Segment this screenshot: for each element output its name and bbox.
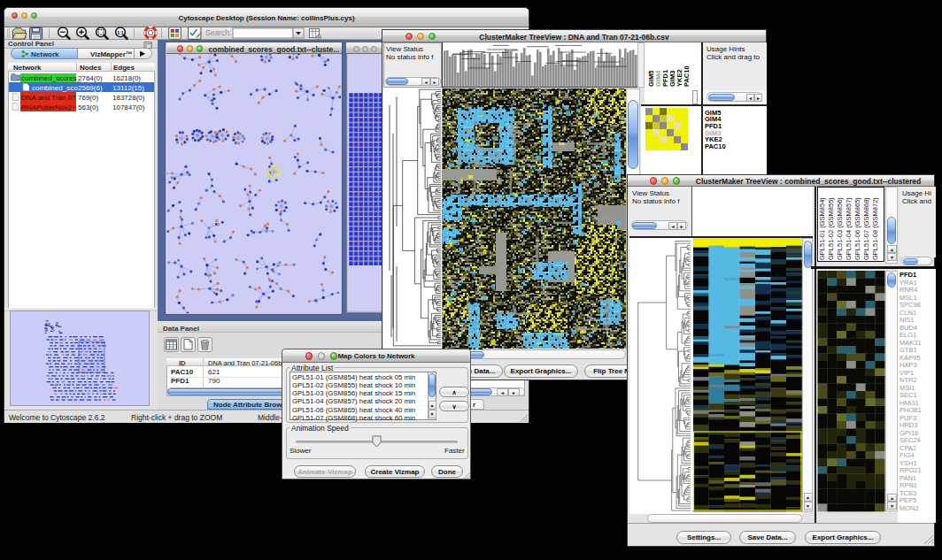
svg-text:GPL51-03 (GSM856): GPL51-03 (GSM856): [836, 197, 844, 260]
svg-text:GPL51-06 (GSM865): GPL51-06 (GSM865): [853, 197, 861, 260]
svg-text:PAC10: PAC10: [683, 65, 691, 87]
svg-text:GPL51-07 (GSM868): GPL51-07 (GSM868): [862, 197, 870, 260]
svg-text:GPL51-02 (GSM855): GPL51-02 (GSM855): [827, 197, 835, 260]
svg-text:GPL51-04 (GSM857): GPL51-04 (GSM857): [845, 197, 853, 260]
svg-text:MON2: MON2: [900, 504, 919, 512]
svg-text:GPL51-08 (GSM872): GPL51-08 (GSM872): [871, 197, 879, 260]
svg-text:PAC10: PAC10: [705, 142, 726, 150]
svg-text:GPL51-01 (GSM854): GPL51-01 (GSM854): [818, 197, 826, 260]
